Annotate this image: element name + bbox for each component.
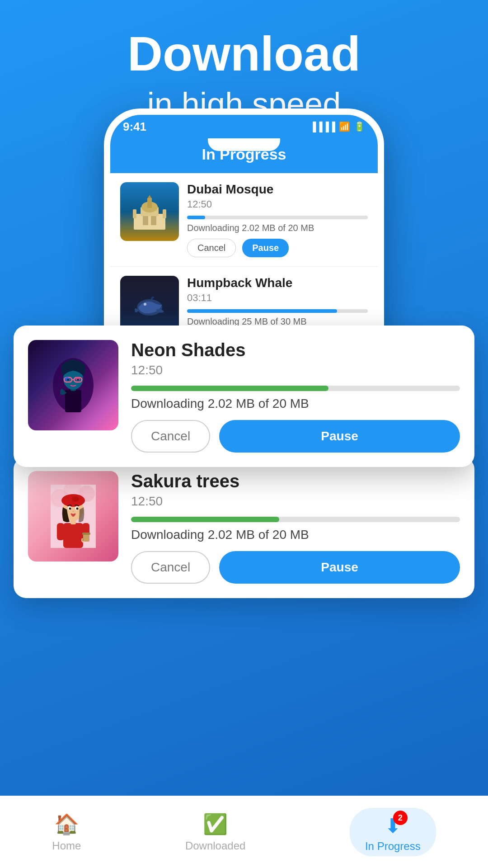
sakura-trees-info: Sakura trees 12:50 Downloading 2.02 MB o… [131,471,460,584]
neon-image [28,340,118,430]
neon-shades-card: Neon Shades 12:50 Downloading 2.02 MB of… [14,326,474,467]
sakura-trees-btns: Cancel Pause [131,551,460,584]
humpback-whale-name: Humpback Whale [187,276,368,290]
status-icons: ▐▐▐▐ 📶 🔋 [310,121,365,132]
svg-rect-7 [143,216,148,225]
svg-point-10 [144,303,146,306]
nav-in-progress-label: In Progress [365,840,421,853]
svg-point-38 [76,508,79,510]
svg-rect-12 [65,390,81,412]
svg-point-39 [72,511,74,512]
dubai-mosque-btns: Cancel Pause [187,239,368,257]
sakura-trees-size: Downloading 2.02 MB of 20 MB [131,528,460,542]
sakura-cancel-button[interactable]: Cancel [131,551,210,584]
dubai-mosque-info: Dubai Mosque 12:50 Downloading 2.02 MB o… [187,182,368,257]
svg-rect-30 [82,533,90,535]
sakura-thumb [28,471,118,561]
neon-shades-btns: Cancel Pause [131,420,460,453]
svg-rect-3 [147,198,152,208]
dubai-thumb [120,182,179,241]
sakura-trees-progress-bar [131,517,460,522]
status-bar: 9:41 ▐▐▐▐ 📶 🔋 [110,115,378,138]
humpback-whale-info: Humpback Whale 03:11 Downloading 25 MB o… [187,276,368,332]
list-item: Dubai Mosque 12:50 Downloading 2.02 MB o… [110,173,378,267]
neon-pause-button[interactable]: Pause [219,420,460,453]
nav-downloaded[interactable]: ✅ Downloaded [185,812,245,852]
dubai-mosque-progress-fill [187,216,205,219]
hero-title: Download [0,27,488,81]
status-time: 9:41 [123,120,146,134]
signal-icon: ▐▐▐▐ [310,122,335,132]
dubai-mosque-progress-bar [187,216,368,219]
hero-section: Download in high speed [0,0,488,123]
svg-point-37 [69,508,71,510]
neon-shades-info: Neon Shades 12:50 Downloading 2.02 MB of… [131,340,460,453]
dubai-pause-button[interactable]: Pause [242,239,289,257]
sakura-trees-time: 12:50 [131,494,460,509]
svg-point-20 [67,379,69,381]
neon-shades-size: Downloading 2.02 MB of 20 MB [131,396,460,411]
sakura-trees-progress-fill [131,517,279,522]
sakura-trees-card: Sakura trees 12:50 Downloading 2.02 MB o… [14,457,474,598]
svg-rect-0 [134,214,165,230]
humpback-whale-time: 03:11 [187,292,368,304]
svg-point-21 [77,379,79,381]
nav-badge-wrapper: ⬇ 2 [385,814,401,837]
notch [208,138,280,151]
nav-active-background: ⬇ 2 In Progress [350,808,436,856]
in-progress-badge: 2 [393,811,408,825]
nav-in-progress[interactable]: ⬇ 2 In Progress [350,808,436,856]
battery-icon: 🔋 [354,121,365,132]
neon-shades-time: 12:50 [131,363,460,377]
neon-cancel-button[interactable]: Cancel [131,420,210,453]
mosque-image [120,182,179,241]
home-icon: 🏠 [54,812,79,836]
dubai-cancel-button[interactable]: Cancel [187,239,236,257]
svg-point-34 [72,496,79,502]
svg-rect-26 [63,523,83,548]
humpback-whale-progress-fill [187,309,337,313]
neon-shades-name: Neon Shades [131,340,460,360]
nav-downloaded-label: Downloaded [185,840,245,852]
neon-thumb [28,340,118,430]
nav-home-label: Home [52,840,81,852]
sakura-image [28,471,118,561]
sakura-trees-name: Sakura trees [131,471,460,491]
svg-rect-8 [151,216,156,225]
svg-rect-6 [163,209,166,218]
nav-home[interactable]: 🏠 Home [52,812,81,852]
dubai-mosque-time: 12:50 [187,198,368,210]
dubai-mosque-size: Downloading 2.02 MB of 20 MB [187,223,368,233]
bottom-nav: 🏠 Home ✅ Downloaded ⬇ 2 In Progress [0,796,488,868]
downloaded-icon: ✅ [203,812,228,836]
sakura-pause-button[interactable]: Pause [219,551,460,584]
wifi-icon: 📶 [339,121,350,132]
dubai-mosque-name: Dubai Mosque [187,182,368,197]
svg-rect-5 [133,209,136,218]
humpback-whale-progress-bar [187,309,368,313]
neon-shades-progress-fill [131,386,328,391]
svg-rect-27 [57,523,64,540]
svg-marker-4 [148,195,151,198]
neon-shades-progress-bar [131,386,460,391]
